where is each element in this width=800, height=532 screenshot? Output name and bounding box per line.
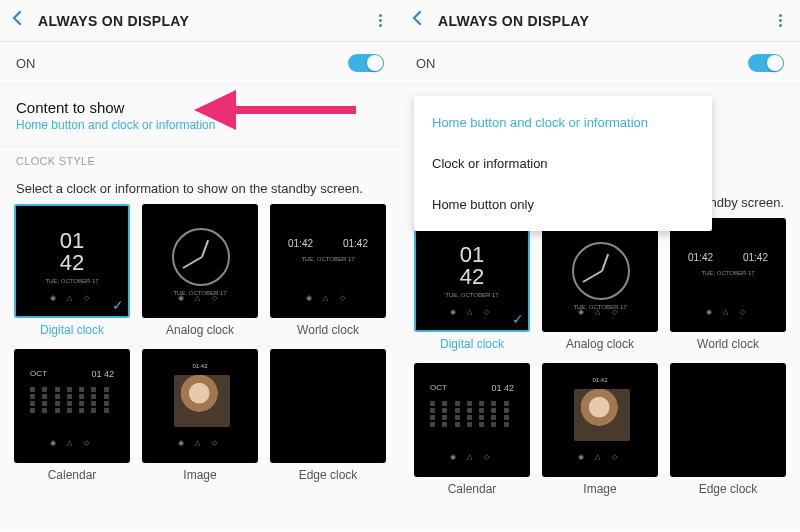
clock-caption: Image — [583, 482, 616, 496]
on-label: ON — [16, 56, 36, 71]
clock-tile-edge[interactable]: Edge clock — [268, 349, 388, 486]
clock-caption: Image — [183, 468, 216, 482]
clock-caption: World clock — [297, 323, 359, 337]
clock-caption: Calendar — [448, 482, 497, 496]
clock-tile-edge[interactable]: Edge clock — [668, 363, 788, 500]
titlebar: ALWAYS ON DISPLAY — [0, 0, 400, 42]
clock-thumb: 01:42 ◉ △ ◇ — [142, 349, 258, 463]
clock-thumb — [670, 363, 786, 477]
clock-caption: Edge clock — [299, 468, 358, 482]
overflow-menu-button[interactable] — [775, 10, 786, 31]
menu-item-home-and-clock[interactable]: Home button and clock or information — [414, 102, 712, 143]
clock-thumb: TUE, OCTOBER 17 ◉ △ ◇ — [142, 204, 258, 318]
clock-thumb: 01:42 01:42 TUE, OCTOBER 17 ◉ △ ◇ — [270, 204, 386, 318]
clock-caption: World clock — [697, 337, 759, 351]
menu-item-clock-or-info[interactable]: Clock or information — [414, 143, 712, 184]
clock-caption: Analog clock — [566, 337, 634, 351]
page-title: ALWAYS ON DISPLAY — [38, 13, 189, 29]
callout-arrow-icon — [186, 80, 356, 140]
on-toggle-row[interactable]: ON — [0, 42, 400, 85]
clock-style-grid: 0142 TUE, OCTOBER 17 ◉ △ ◇ ✓ Digital clo… — [400, 218, 800, 500]
clock-tile-analog[interactable]: TUE, OCTOBER 17 ◉ △ ◇ Analog clock — [140, 204, 260, 341]
chevron-left-icon — [10, 10, 24, 26]
clock-tile-world[interactable]: 01:42 01:42 TUE, OCTOBER 17 ◉ △ ◇ World … — [668, 218, 788, 355]
check-icon: ✓ — [112, 297, 124, 313]
menu-item-home-only[interactable]: Home button only — [414, 184, 712, 225]
image-icon — [174, 375, 230, 427]
back-button[interactable] — [410, 10, 424, 31]
clock-thumb: OCT 01 42 ◉ △ ◇ — [14, 349, 130, 463]
clock-tile-calendar[interactable]: OCT 01 42 ◉ △ ◇ Calendar — [412, 363, 532, 500]
page-title: ALWAYS ON DISPLAY — [438, 13, 589, 29]
on-toggle[interactable] — [748, 54, 784, 72]
clock-thumb: OCT 01 42 ◉ △ ◇ — [414, 363, 530, 477]
clock-caption: Edge clock — [699, 482, 758, 496]
check-icon: ✓ — [512, 311, 524, 327]
chevron-left-icon — [410, 10, 424, 26]
image-icon — [574, 389, 630, 441]
titlebar: ALWAYS ON DISPLAY — [400, 0, 800, 42]
clock-caption: Analog clock — [166, 323, 234, 337]
clock-tile-calendar[interactable]: OCT 01 42 ◉ △ ◇ Calendar — [12, 349, 132, 486]
clock-thumb: 01:42 01:42 TUE, OCTOBER 17 ◉ △ ◇ — [670, 218, 786, 332]
clock-thumb: TUE, OCTOBER 17 ◉ △ ◇ — [542, 218, 658, 332]
clock-style-grid: 0142 TUE, OCTOBER 17 ◉ △ ◇ ✓ Digital clo… — [0, 204, 400, 486]
clock-caption: Digital clock — [40, 323, 104, 337]
clock-tile-analog[interactable]: TUE, OCTOBER 17 ◉ △ ◇ Analog clock — [540, 218, 660, 355]
clock-style-section-label: CLOCK STYLE — [0, 147, 400, 171]
on-toggle[interactable] — [348, 54, 384, 72]
clock-caption: Calendar — [48, 468, 97, 482]
content-to-show-menu: Home button and clock or information Clo… — [414, 96, 712, 231]
on-toggle-row[interactable]: ON — [400, 42, 800, 85]
on-label: ON — [416, 56, 436, 71]
clock-thumb: 0142 TUE, OCTOBER 17 ◉ △ ◇ ✓ — [414, 218, 530, 332]
clock-thumb: 0142 TUE, OCTOBER 17 ◉ △ ◇ ✓ — [14, 204, 130, 318]
clock-tile-image[interactable]: 01:42 ◉ △ ◇ Image — [540, 363, 660, 500]
clock-style-instruction: Select a clock or information to show on… — [0, 171, 400, 204]
clock-caption: Digital clock — [440, 337, 504, 351]
clock-thumb — [270, 349, 386, 463]
overflow-menu-button[interactable] — [375, 10, 386, 31]
right-pane: ALWAYS ON DISPLAY ON andby screen. 0142 … — [400, 0, 800, 530]
clock-tile-digital[interactable]: 0142 TUE, OCTOBER 17 ◉ △ ◇ ✓ Digital clo… — [412, 218, 532, 355]
clock-thumb: 01:42 ◉ △ ◇ — [542, 363, 658, 477]
back-button[interactable] — [10, 10, 24, 31]
left-pane: ALWAYS ON DISPLAY ON Content to show Hom… — [0, 0, 400, 530]
clock-tile-world[interactable]: 01:42 01:42 TUE, OCTOBER 17 ◉ △ ◇ World … — [268, 204, 388, 341]
clock-tile-digital[interactable]: 0142 TUE, OCTOBER 17 ◉ △ ◇ ✓ Digital clo… — [12, 204, 132, 341]
clock-tile-image[interactable]: 01:42 ◉ △ ◇ Image — [140, 349, 260, 486]
